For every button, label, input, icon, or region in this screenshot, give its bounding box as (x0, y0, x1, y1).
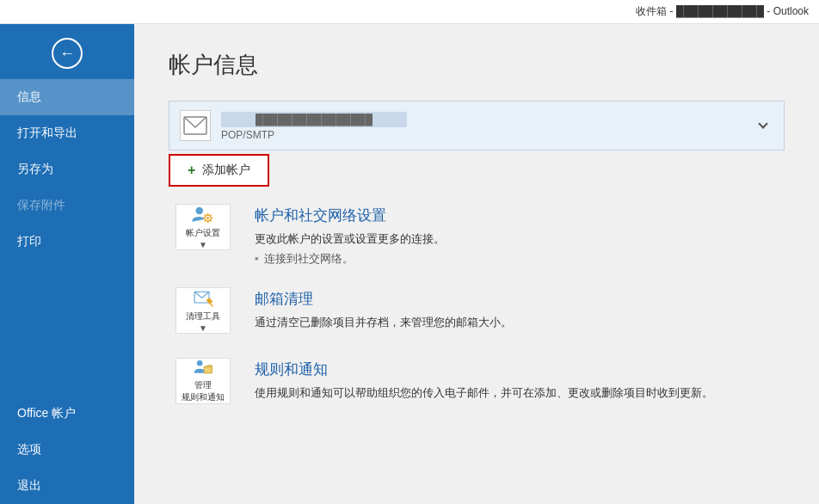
sidebar-item-label: 打印 (17, 234, 41, 248)
account-settings-icon-area: 帐户设置 ▼ (169, 204, 237, 254)
sidebar-item-save-as[interactable]: 另存为 (0, 151, 134, 187)
svg-point-3 (206, 217, 209, 219)
account-settings-dropdown-hint: ▼ (199, 240, 207, 249)
rules-notifications-title: 规则和通知 (255, 360, 785, 379)
mailbox-cleanup-title: 邮箱清理 (255, 289, 785, 309)
rules-notifications-icon-box[interactable]: 管理 规则和通知 (176, 358, 231, 404)
account-settings-icon (186, 205, 220, 225)
svg-line-10 (211, 215, 212, 216)
main-container: ← 信息 打开和导出 另存为 保存附件 打印 Office 帐户 选项 退出 帐 (0, 24, 819, 504)
plus-icon: + (188, 163, 195, 178)
account-settings-section: 帐户设置 ▼ 帐户和社交网络设置 更改此帐户的设置或设置更多的连接。 连接到社交… (169, 204, 785, 267)
svg-rect-15 (204, 366, 212, 372)
rules-notifications-desc: 使用规则和通知可以帮助组织您的传入电子邮件，并可在添加、更改或删除项目时收到更新… (255, 384, 785, 402)
mailbox-cleanup-content: 邮箱清理 通过清空已删除项目并存档，来管理您的邮箱大小。 (255, 287, 785, 331)
sidebar: ← 信息 打开和导出 另存为 保存附件 打印 Office 帐户 选项 退出 (0, 24, 134, 504)
mailbox-cleanup-section: 清理工具 ▼ 邮箱清理 通过清空已删除项目并存档，来管理您的邮箱大小。 (169, 287, 785, 337)
account-dropdown[interactable]: ████████████████ POP/SMTP (169, 101, 785, 151)
back-icon: ← (59, 45, 75, 63)
sidebar-item-exit[interactable]: 退出 (0, 468, 134, 504)
dropdown-arrow-icon[interactable] (753, 115, 773, 136)
rules-notifications-content: 规则和通知 使用规则和通知可以帮助组织您的传入电子邮件，并可在添加、更改或删除项… (255, 358, 785, 402)
sidebar-item-info[interactable]: 信息 (0, 79, 134, 115)
account-settings-link[interactable]: 连接到社交网络。 (255, 251, 785, 267)
account-icon-box (180, 110, 211, 141)
add-account-highlight-box: + 添加帐户 (169, 154, 269, 187)
account-settings-content: 帐户和社交网络设置 更改此帐户的设置或设置更多的连接。 连接到社交网络。 (255, 204, 785, 267)
social-network-link-text: 连接到社交网络。 (264, 251, 354, 267)
sidebar-item-label: 保存附件 (17, 198, 65, 212)
account-name: ████████████████ (221, 112, 407, 127)
sidebar-item-label: 选项 (17, 442, 41, 456)
title-text: 收件箱 - ████████████ - Outlook (636, 4, 809, 19)
sidebar-item-label: Office 帐户 (17, 406, 76, 420)
rules-notifications-section: 管理 规则和通知 规则和通知 使用规则和通知可以帮助组织您的传入电子邮件，并可在… (169, 358, 785, 408)
mailbox-cleanup-icon (186, 288, 220, 309)
mailbox-cleanup-icon-label: 清理工具 (186, 310, 220, 323)
add-account-label: 添加帐户 (202, 163, 250, 178)
svg-point-1 (196, 207, 203, 214)
sidebar-item-print[interactable]: 打印 (0, 224, 134, 260)
sidebar-item-open-export[interactable]: 打开和导出 (0, 115, 134, 151)
rules-notifications-icon-label: 管理 规则和通知 (182, 379, 225, 403)
account-settings-icon-label: 帐户设置 (186, 227, 220, 239)
sidebar-item-save-attachment: 保存附件 (0, 187, 134, 224)
chevron-down-icon (758, 119, 767, 128)
svg-line-8 (205, 215, 206, 216)
account-type: POP/SMTP (221, 129, 753, 141)
mailbox-cleanup-dropdown-hint: ▼ (199, 323, 207, 333)
content-area: 帐户信息 ████████████████ POP/SMTP + 添加帐户 (134, 24, 819, 504)
svg-point-14 (197, 360, 202, 365)
svg-line-9 (211, 221, 212, 222)
email-icon (183, 116, 207, 135)
account-info: ████████████████ POP/SMTP (221, 111, 753, 141)
account-settings-title: 帐户和社交网络设置 (255, 206, 785, 225)
sidebar-item-label: 信息 (17, 89, 41, 103)
account-settings-icon-box[interactable]: 帐户设置 ▼ (176, 204, 231, 250)
account-settings-desc: 更改此帐户的设置或设置更多的连接。 (255, 230, 785, 248)
sidebar-item-label: 另存为 (17, 162, 53, 175)
sidebar-item-label: 打开和导出 (17, 126, 77, 139)
sidebar-item-options[interactable]: 选项 (0, 432, 134, 468)
rules-notifications-icon-area: 管理 规则和通知 (169, 358, 237, 408)
sidebar-item-office-account[interactable]: Office 帐户 (0, 396, 134, 432)
page-title: 帐户信息 (169, 50, 785, 80)
add-account-button[interactable]: + 添加帐户 (170, 156, 268, 185)
mailbox-cleanup-desc: 通过清空已删除项目并存档，来管理您的邮箱大小。 (255, 314, 785, 331)
back-button[interactable]: ← (52, 38, 83, 69)
svg-line-11 (205, 221, 206, 222)
sidebar-spacer (0, 260, 134, 396)
title-bar: 收件箱 - ████████████ - Outlook (0, 0, 819, 24)
sidebar-item-label: 退出 (17, 478, 41, 492)
back-button-area[interactable]: ← (0, 24, 134, 79)
rules-notifications-icon (186, 359, 220, 378)
mailbox-cleanup-icon-area: 清理工具 ▼ (169, 287, 237, 337)
mailbox-cleanup-icon-box[interactable]: 清理工具 ▼ (176, 287, 231, 334)
